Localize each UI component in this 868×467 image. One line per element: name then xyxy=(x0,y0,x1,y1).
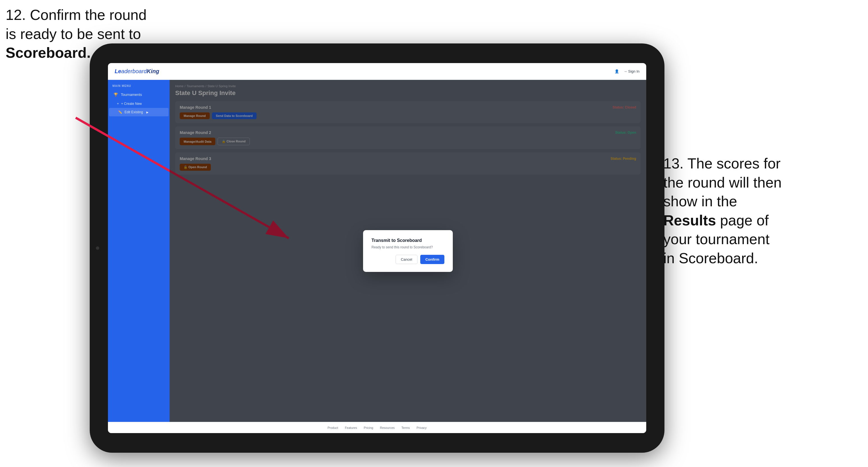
nav-right: 👤 → Sign In xyxy=(615,69,640,73)
sidebar-edit-existing-label: Edit Existing xyxy=(124,110,143,114)
footer: Product Features Pricing Resources Terms… xyxy=(108,422,646,433)
footer-resources[interactable]: Resources xyxy=(380,426,395,430)
annotation-right-line2: the round will then xyxy=(663,174,782,191)
sidebar-item-create-new[interactable]: + + Create New xyxy=(108,99,169,108)
plus-icon: + xyxy=(117,102,119,106)
annotation-right-line4-suffix: page of xyxy=(716,212,769,228)
annotation-line3: Scoreboard. xyxy=(6,44,91,61)
modal-subtitle: Ready to send this round to Scoreboard? xyxy=(371,245,444,249)
annotation-right: 13. The scores for the round will then s… xyxy=(663,154,860,268)
sign-in-button[interactable]: → Sign In xyxy=(623,69,640,73)
footer-privacy[interactable]: Privacy xyxy=(416,426,427,430)
cursor-indicator: ▶ xyxy=(146,111,149,114)
annotation-top-left: 12. Confirm the round is ready to be sen… xyxy=(6,6,147,63)
annotation-line1: 12. Confirm the round xyxy=(6,7,147,23)
modal-confirm-button[interactable]: Confirm xyxy=(420,255,444,264)
annotation-right-line3: show in the xyxy=(663,193,737,209)
sidebar-item-tournaments[interactable]: 🏆 Tournaments xyxy=(109,90,168,99)
user-icon: 👤 xyxy=(615,69,619,73)
logo-area: Le aderboard King xyxy=(115,68,159,74)
sidebar-tournaments-label: Tournaments xyxy=(121,93,142,97)
logo-king-text: King xyxy=(147,68,159,74)
annotation-right-line1: 13. The scores for xyxy=(663,155,780,172)
modal-buttons: Cancel Confirm xyxy=(371,255,444,264)
tablet-screen: Le aderboard King 👤 → Sign In MAIN MENU … xyxy=(108,63,646,433)
annotation-right-results: Results xyxy=(663,212,716,228)
sidebar-main-menu-label: MAIN MENU xyxy=(108,84,169,88)
edit-icon: ✏️ xyxy=(118,110,122,114)
logo-text: Le xyxy=(115,68,121,74)
content-area: MAIN MENU 🏆 Tournaments + + Create New ✏… xyxy=(108,80,646,422)
annotation-right-line5: your tournament xyxy=(663,231,770,247)
modal-cancel-button[interactable]: Cancel xyxy=(396,255,417,264)
modal-overlay: Transmit to Scoreboard Ready to send thi… xyxy=(169,80,646,422)
modal-box: Transmit to Scoreboard Ready to send thi… xyxy=(363,230,453,272)
annotation-line2: is ready to be sent to xyxy=(6,26,141,42)
sidebar-create-new-label: + Create New xyxy=(121,102,142,106)
sidebar-item-edit-existing[interactable]: ✏️ Edit Existing ▶ xyxy=(109,108,168,116)
modal-title: Transmit to Scoreboard xyxy=(371,238,444,243)
logo-board-text: aderboard xyxy=(121,68,147,74)
footer-pricing[interactable]: Pricing xyxy=(364,426,373,430)
tablet-frame: Le aderboard King 👤 → Sign In MAIN MENU … xyxy=(90,43,664,453)
sidebar: MAIN MENU 🏆 Tournaments + + Create New ✏… xyxy=(108,80,169,422)
trophy-icon: 🏆 xyxy=(114,93,118,97)
tablet-camera xyxy=(96,246,99,250)
main-content: Home / Tournaments / State U Spring Invi… xyxy=(169,80,646,422)
footer-terms[interactable]: Terms xyxy=(401,426,410,430)
annotation-right-line6: in Scoreboard. xyxy=(663,250,758,266)
top-nav: Le aderboard King 👤 → Sign In xyxy=(108,63,646,80)
footer-features[interactable]: Features xyxy=(345,426,357,430)
footer-product[interactable]: Product xyxy=(328,426,338,430)
